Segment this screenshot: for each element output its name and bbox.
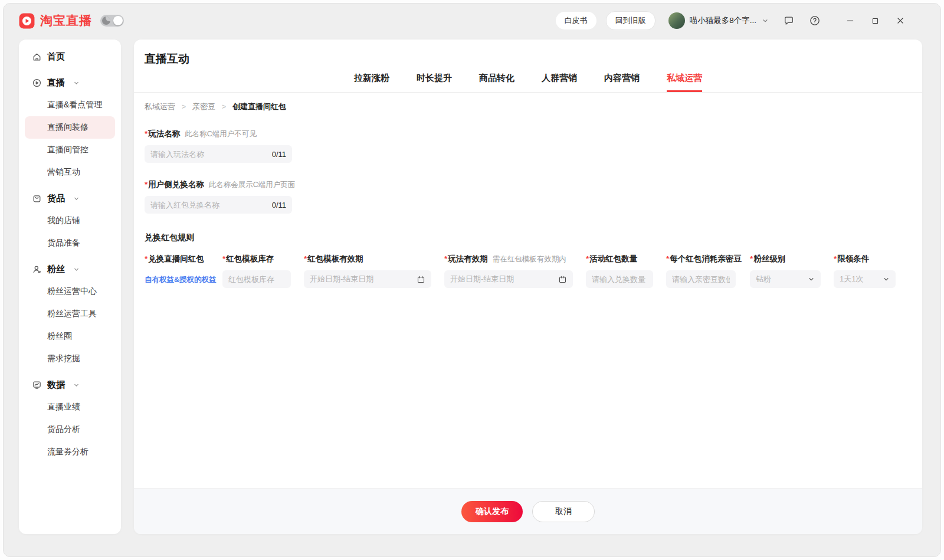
- calendar-icon: [417, 275, 425, 284]
- sidebar-item-live[interactable]: 直播: [25, 71, 115, 94]
- redeem-name-input-wrap: 0/11: [145, 196, 292, 214]
- required-mark: *: [145, 129, 148, 138]
- page-title: 直播互动: [145, 51, 189, 67]
- tab-goods-conversion[interactable]: 商品转化: [479, 73, 514, 92]
- benefit-link[interactable]: 自有权益&授权的权益: [145, 275, 217, 285]
- field-hint: 此名称会展示C端用户页面: [209, 181, 296, 189]
- field-play-name: *玩法名称此名称C端用户不可见 0/11: [145, 129, 912, 163]
- sidebar-item-traffic-coupon-analysis[interactable]: 流量券分析: [25, 441, 115, 463]
- topbar: 淘宝直播 白皮书 回到旧版 喵小猫最多8个字...: [4, 4, 940, 38]
- sidebar-item-studio-control[interactable]: 直播间管控: [25, 139, 115, 161]
- sidebar-item-goods[interactable]: 货品: [25, 187, 115, 209]
- template-validity-datepicker[interactable]: 开始日期-结束日期: [304, 270, 431, 288]
- sidebar-item-demand-mining[interactable]: 需求挖掘: [25, 348, 115, 370]
- sidebar-item-label: 货品: [47, 193, 65, 204]
- sidebar-item-marketing-interaction[interactable]: 营销互动: [25, 161, 115, 184]
- logo-text: 淘宝直播: [40, 12, 92, 29]
- claim-limit-select[interactable]: 1天1次: [834, 270, 896, 288]
- chevron-down-icon: [883, 276, 890, 283]
- cancel-button[interactable]: 取消: [532, 501, 595, 522]
- packet-count-input[interactable]: [592, 275, 647, 284]
- sidebar-item-goods-preparation[interactable]: 货品准备: [25, 232, 115, 254]
- chart-monitor-icon: [32, 380, 42, 390]
- chevron-down-icon: [808, 276, 815, 283]
- rules-section-title: 兑换红包规则: [145, 232, 912, 243]
- topbar-right: 白皮书 回到旧版 喵小猫最多8个字...: [556, 11, 905, 30]
- sidebar-item-live-management[interactable]: 直播&看点管理: [25, 94, 115, 116]
- main-header: 直播互动 拉新涨粉 时长提升 商品转化 人群营销 内容营销 私域运营: [134, 40, 922, 93]
- breadcrumb-private-domain[interactable]: 私域运营: [145, 101, 175, 112]
- sidebar-item-fans[interactable]: 粉丝: [25, 258, 115, 280]
- home-icon: [32, 52, 42, 62]
- avatar[interactable]: [668, 12, 685, 29]
- chevron-down-icon[interactable]: [762, 17, 769, 24]
- sidebar-item-data[interactable]: 数据: [25, 374, 115, 396]
- main-panel: 直播互动 拉新涨粉 时长提升 商品转化 人群营销 内容营销 私域运营 私域运营 …: [134, 40, 922, 534]
- breadcrumb-intimacy-beans[interactable]: 亲密豆: [192, 101, 215, 112]
- sidebar-item-live-performance[interactable]: 直播业绩: [25, 396, 115, 418]
- sidebar-item-label: 数据: [47, 379, 65, 391]
- rule-play-validity: *玩法有效期需在红包模板有效期内 开始日期-结束日期: [444, 254, 573, 288]
- field-label: *玩法名称此名称C端用户不可见: [145, 129, 912, 139]
- sidebar-item-fan-circle[interactable]: 粉丝圈: [25, 325, 115, 348]
- form-footer: 确认发布 取消: [134, 488, 922, 534]
- help-icon[interactable]: [809, 15, 821, 27]
- person-icon: [32, 264, 42, 274]
- chevron-down-icon: [73, 80, 80, 86]
- toggle-knob: [113, 16, 123, 25]
- brand: 淘宝直播: [19, 12, 92, 29]
- bag-icon: [32, 194, 42, 204]
- rule-fan-level: *粉丝级别 钻粉: [750, 254, 821, 288]
- rule-redeem-packet: *兑换直播间红包 自有权益&授权的权益: [145, 254, 209, 285]
- taobao-live-logo-icon: [19, 13, 35, 29]
- window-controls: [845, 16, 905, 25]
- tab-private-domain[interactable]: 私域运营: [667, 73, 702, 92]
- sidebar-item-fan-operation-center[interactable]: 粉丝运营中心: [25, 280, 115, 303]
- char-counter: 0/11: [272, 201, 286, 209]
- rule-template-stock: *红包模板库存: [222, 254, 291, 288]
- chevron-down-icon: [73, 266, 80, 273]
- sidebar-item-home[interactable]: 首页: [25, 45, 115, 68]
- app-window: 淘宝直播 白皮书 回到旧版 喵小猫最多8个字...: [3, 3, 941, 557]
- play-name-input[interactable]: [150, 150, 268, 159]
- theme-toggle[interactable]: [100, 15, 124, 27]
- sidebar: 首页 直播 直播&看点管理 直播间装修 直播间管控 营销互动 货品 我的店铺 货…: [19, 40, 121, 534]
- tab-new-fans[interactable]: 拉新涨粉: [354, 73, 389, 92]
- tab-audience-marketing[interactable]: 人群营销: [542, 73, 577, 92]
- calendar-icon: [558, 275, 567, 284]
- tab-bar: 拉新涨粉 时长提升 商品转化 人群营销 内容营销 私域运营: [134, 73, 922, 92]
- maximize-button[interactable]: [871, 17, 880, 25]
- message-icon[interactable]: [783, 15, 795, 27]
- username[interactable]: 喵小猫最多8个字...: [690, 15, 756, 26]
- sidebar-item-label: 直播: [47, 77, 65, 89]
- rule-claim-limit: *限领条件 1天1次: [834, 254, 896, 288]
- play-name-input-wrap: 0/11: [145, 145, 292, 163]
- sidebar-item-label: 粉丝: [47, 264, 65, 275]
- rules-row: *兑换直播间红包 自有权益&授权的权益 *红包模板库存 *红包模板有效期 开始日…: [145, 254, 912, 288]
- back-to-old-version-button[interactable]: 回到旧版: [606, 11, 655, 30]
- sidebar-item-label: 首页: [47, 51, 65, 63]
- confirm-publish-button[interactable]: 确认发布: [461, 501, 523, 522]
- sidebar-item-fan-operation-tools[interactable]: 粉丝运营工具: [25, 303, 115, 325]
- breadcrumb: 私域运营 > 亲密豆 > 创建直播间红包: [145, 101, 912, 112]
- chevron-down-icon: [73, 382, 80, 388]
- field-hint: 此名称C端用户不可见: [185, 130, 257, 138]
- breadcrumb-separator: >: [182, 103, 186, 111]
- sidebar-item-my-shop[interactable]: 我的店铺: [25, 209, 115, 232]
- whitepaper-button[interactable]: 白皮书: [556, 12, 596, 30]
- template-stock-input[interactable]: [228, 275, 285, 284]
- sidebar-item-studio-decoration[interactable]: 直播间装修: [25, 116, 115, 139]
- redeem-name-input[interactable]: [150, 201, 268, 209]
- fan-level-select[interactable]: 钻粉: [750, 270, 821, 288]
- field-label: *用户侧兑换名称此名称会展示C端用户页面: [145, 179, 912, 190]
- close-button[interactable]: [896, 16, 905, 25]
- rule-template-validity: *红包模板有效期 开始日期-结束日期: [304, 254, 431, 288]
- sidebar-item-goods-analysis[interactable]: 货品分析: [25, 418, 115, 441]
- breadcrumb-current: 创建直播间红包: [232, 101, 286, 112]
- beans-per-packet-input[interactable]: [672, 275, 730, 284]
- tab-duration[interactable]: 时长提升: [417, 73, 452, 92]
- minimize-button[interactable]: [845, 16, 855, 25]
- play-validity-datepicker[interactable]: 开始日期-结束日期: [444, 270, 573, 288]
- tab-content-marketing[interactable]: 内容营销: [604, 73, 640, 92]
- breadcrumb-separator: >: [222, 103, 226, 111]
